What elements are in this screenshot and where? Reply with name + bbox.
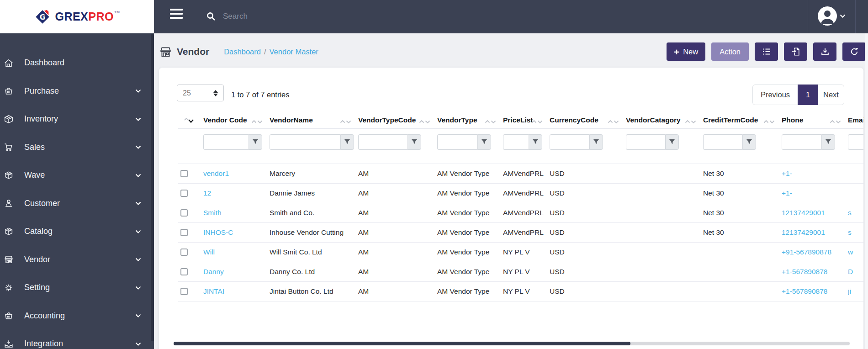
breadcrumb-dashboard-link[interactable]: Dashboard (224, 48, 261, 56)
import-button[interactable] (784, 42, 807, 61)
column-header-phone[interactable]: Phone (782, 112, 848, 128)
sidebar-item-integration[interactable]: Integration (0, 330, 154, 349)
page-size-select[interactable]: 25 (177, 85, 224, 101)
logo[interactable]: G GREXPROTM (0, 0, 154, 33)
row-checkbox[interactable] (180, 190, 188, 197)
filter-input-vendor-code[interactable] (203, 134, 249, 150)
filter-input-vendor-type-code[interactable] (358, 134, 408, 150)
filter-button[interactable] (529, 134, 542, 150)
filter-button[interactable] (589, 134, 603, 150)
filter-cell (703, 128, 782, 164)
filter-input-vendor-type[interactable] (437, 134, 477, 150)
sidebar-item-purchase[interactable]: Purchase (0, 77, 154, 106)
filter-input-vendor-name[interactable] (270, 134, 340, 150)
sidebar-item-customer[interactable]: Customer (0, 190, 154, 218)
phone-link[interactable]: +91-567890878 (782, 248, 831, 256)
filter-input-credit-term-code[interactable] (703, 134, 742, 150)
row-select-cell (178, 183, 203, 203)
vendor-code-link[interactable]: Danny (203, 268, 224, 275)
download-button[interactable] (813, 42, 836, 61)
table-row: Will Will Smit Co. Ltd AM AM Vendor Type… (178, 242, 863, 262)
filter-button[interactable] (742, 134, 756, 150)
vendor-code-cell: Smith (203, 203, 270, 222)
filter-button[interactable] (665, 134, 679, 150)
vendor-code-link[interactable]: INHOS-C (203, 228, 233, 236)
vendor-code-cell: vendor1 (203, 164, 270, 183)
action-button[interactable]: Action (711, 42, 749, 61)
phone-link[interactable]: 12137429001 (782, 209, 825, 217)
row-checkbox[interactable] (180, 268, 188, 275)
list-view-button[interactable] (755, 42, 778, 61)
sidebar-item-vendor[interactable]: Vendor (0, 246, 154, 274)
filter-button[interactable] (408, 134, 421, 150)
vendor-code-link[interactable]: 12 (203, 189, 211, 197)
new-button[interactable]: +New (667, 42, 705, 61)
sidebar-item-accounting[interactable]: Accounting (0, 302, 154, 330)
email-link[interactable]: s (848, 228, 852, 236)
horizontal-scrollbar-thumb[interactable] (174, 342, 630, 345)
filter-button[interactable] (249, 134, 262, 150)
filter-input-vendor-category[interactable] (626, 134, 665, 150)
vendor-code-link[interactable]: vendor1 (203, 169, 229, 177)
vendor-type-cell: AM Vendor Type (437, 262, 503, 281)
phone-link[interactable]: +1- (782, 189, 792, 197)
search-input[interactable] (223, 12, 360, 21)
row-checkbox[interactable] (180, 288, 188, 295)
filter-input-currency-code[interactable] (550, 134, 589, 150)
sidebar-item-inventory[interactable]: Inventory (0, 105, 154, 133)
column-header-currency-code[interactable]: CurrencyCode (550, 112, 626, 128)
column-header-price-list[interactable]: PriceList (503, 112, 550, 128)
refresh-button[interactable] (842, 42, 866, 61)
sidebar-item-setting[interactable]: Setting (0, 274, 154, 302)
column-header-vendor-category[interactable]: VendorCatagory (626, 112, 703, 128)
chevron-down-icon (135, 255, 141, 264)
column-header-select[interactable] (178, 112, 203, 128)
filter-input-phone[interactable] (782, 134, 821, 150)
column-header-vendor-name[interactable]: VendorName (270, 112, 358, 128)
sidebar-nav: Dashboard Purchase Inventory (0, 33, 154, 349)
email-link[interactable]: s (848, 209, 852, 217)
next-page-button[interactable]: Next (818, 85, 844, 105)
filter-button[interactable] (821, 134, 835, 150)
sidebar-item-catalog[interactable]: Catalog (0, 217, 154, 246)
vendor-code-link[interactable]: Will (203, 248, 215, 256)
column-header-vendor-type-code[interactable]: VendorTypeCode (358, 112, 437, 128)
row-checkbox[interactable] (180, 249, 188, 256)
sidebar-item-wave[interactable]: Wave (0, 161, 154, 190)
row-checkbox[interactable] (180, 170, 188, 177)
current-page-button[interactable]: 1 (798, 85, 818, 105)
filter-button[interactable] (477, 134, 491, 150)
email-link[interactable]: ji (848, 287, 851, 295)
menu-toggle-button[interactable] (170, 9, 183, 19)
filter-input-email[interactable] (848, 134, 863, 150)
vendor-code-link[interactable]: JINTAI (203, 287, 224, 295)
previous-page-button[interactable]: Previous (752, 85, 798, 105)
phone-link[interactable]: +1- (782, 169, 792, 177)
column-header-email[interactable]: Email (848, 112, 863, 128)
vendor-code-link[interactable]: Smith (203, 209, 222, 217)
email-link[interactable]: w (848, 248, 853, 256)
sidebar-item-dashboard[interactable]: Dashboard (0, 49, 154, 77)
price-list-cell: AMVendPRL (503, 203, 550, 222)
breadcrumb-vendor-master-link[interactable]: Vendor Master (270, 48, 318, 56)
sort-icons (763, 118, 775, 126)
sidebar-item-sales[interactable]: Sales (0, 133, 154, 162)
phone-link[interactable]: 12137429001 (782, 228, 825, 236)
filter-button[interactable] (340, 134, 354, 150)
horizontal-scrollbar[interactable] (174, 342, 850, 345)
vertical-scrollbar[interactable] (865, 33, 868, 349)
filter-cell (437, 128, 503, 164)
row-checkbox[interactable] (180, 209, 188, 217)
row-checkbox[interactable] (180, 229, 188, 236)
price-list-cell: NY PL V (503, 242, 550, 262)
email-link[interactable]: D (848, 268, 853, 275)
column-header-vendor-type[interactable]: VendorType (437, 112, 503, 128)
filter-input-price-list[interactable] (503, 134, 529, 150)
user-menu-button[interactable] (817, 6, 846, 26)
column-header-credit-term-code[interactable]: CreditTermCode (703, 112, 782, 128)
sidebar-scrollbar[interactable] (151, 34, 154, 341)
credit-term-cell: Net 30 (703, 164, 782, 183)
phone-link[interactable]: +1-567890878 (782, 268, 827, 275)
column-header-vendor-code[interactable]: Vendor Code (203, 112, 270, 128)
phone-link[interactable]: +1-567890878 (782, 287, 827, 295)
